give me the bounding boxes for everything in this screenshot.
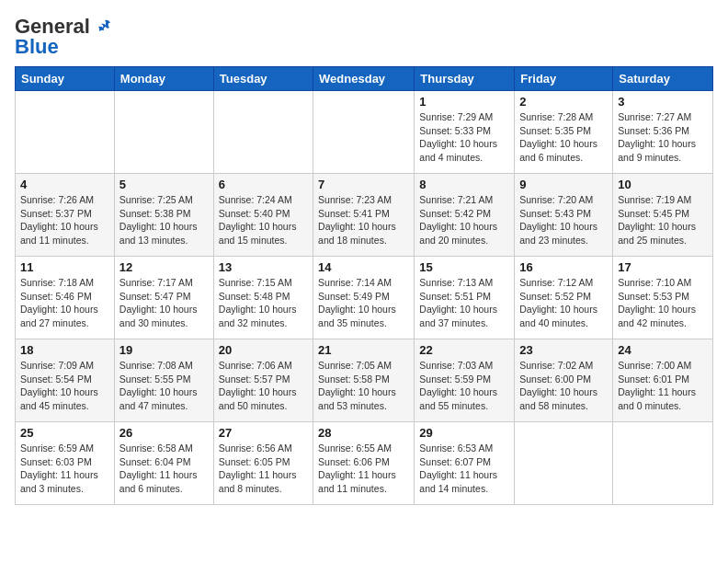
calendar-cell: 7Sunrise: 7:23 AM Sunset: 5:41 PM Daylig… <box>313 174 415 257</box>
day-number: 13 <box>219 260 308 274</box>
day-number: 11 <box>20 260 109 274</box>
day-number: 8 <box>419 178 509 191</box>
calendar-cell <box>114 91 213 174</box>
calendar-cell: 21Sunrise: 7:05 AM Sunset: 5:58 PM Dayli… <box>313 339 415 422</box>
day-number: 1 <box>419 95 509 109</box>
day-number: 23 <box>519 343 608 357</box>
day-info: Sunrise: 7:08 AM Sunset: 5:55 PM Dayligh… <box>119 359 209 413</box>
calendar-cell: 27Sunrise: 6:56 AM Sunset: 6:05 PM Dayli… <box>213 422 313 505</box>
page-header: General Blue <box>15 15 713 59</box>
day-number: 15 <box>419 260 509 274</box>
day-number: 20 <box>219 343 308 357</box>
day-number: 27 <box>219 426 308 440</box>
calendar-cell: 12Sunrise: 7:17 AM Sunset: 5:47 PM Dayli… <box>114 257 213 339</box>
calendar-table: SundayMondayTuesdayWednesdayThursdayFrid… <box>15 66 713 505</box>
day-info: Sunrise: 7:02 AM Sunset: 6:00 PM Dayligh… <box>519 359 608 413</box>
day-info: Sunrise: 7:15 AM Sunset: 5:48 PM Dayligh… <box>219 276 308 330</box>
calendar-cell: 4Sunrise: 7:26 AM Sunset: 5:37 PM Daylig… <box>16 174 115 257</box>
day-of-week-header: Saturday <box>613 67 713 91</box>
day-number: 26 <box>119 426 209 440</box>
day-number: 2 <box>519 95 608 109</box>
day-number: 28 <box>318 426 409 440</box>
calendar-cell <box>613 422 713 505</box>
day-info: Sunrise: 7:21 AM Sunset: 5:42 PM Dayligh… <box>419 193 509 247</box>
day-info: Sunrise: 6:56 AM Sunset: 6:05 PM Dayligh… <box>219 442 308 496</box>
calendar-cell: 24Sunrise: 7:00 AM Sunset: 6:01 PM Dayli… <box>613 339 713 422</box>
day-number: 19 <box>119 343 209 357</box>
day-info: Sunrise: 7:26 AM Sunset: 5:37 PM Dayligh… <box>20 193 109 247</box>
day-number: 29 <box>419 426 509 440</box>
calendar-cell: 9Sunrise: 7:20 AM Sunset: 5:43 PM Daylig… <box>515 174 613 257</box>
day-info: Sunrise: 7:27 AM Sunset: 5:36 PM Dayligh… <box>618 110 708 165</box>
calendar-cell: 18Sunrise: 7:09 AM Sunset: 5:54 PM Dayli… <box>16 339 115 422</box>
calendar-cell: 26Sunrise: 6:58 AM Sunset: 6:04 PM Dayli… <box>114 422 213 505</box>
calendar-cell: 14Sunrise: 7:14 AM Sunset: 5:49 PM Dayli… <box>313 257 415 339</box>
calendar-cell: 16Sunrise: 7:12 AM Sunset: 5:52 PM Dayli… <box>515 257 613 339</box>
day-info: Sunrise: 6:58 AM Sunset: 6:04 PM Dayligh… <box>119 442 209 496</box>
day-of-week-header: Wednesday <box>313 67 415 91</box>
day-info: Sunrise: 7:12 AM Sunset: 5:52 PM Dayligh… <box>519 276 608 330</box>
calendar-cell <box>515 422 613 505</box>
day-info: Sunrise: 7:10 AM Sunset: 5:53 PM Dayligh… <box>618 276 708 330</box>
day-number: 16 <box>519 260 608 274</box>
calendar-cell: 13Sunrise: 7:15 AM Sunset: 5:48 PM Dayli… <box>213 257 313 339</box>
day-info: Sunrise: 7:20 AM Sunset: 5:43 PM Dayligh… <box>519 193 608 247</box>
day-info: Sunrise: 7:03 AM Sunset: 5:59 PM Dayligh… <box>419 359 509 413</box>
day-info: Sunrise: 7:06 AM Sunset: 5:57 PM Dayligh… <box>219 359 308 413</box>
calendar-cell: 17Sunrise: 7:10 AM Sunset: 5:53 PM Dayli… <box>613 257 713 339</box>
day-info: Sunrise: 7:17 AM Sunset: 5:47 PM Dayligh… <box>119 276 209 330</box>
day-info: Sunrise: 7:25 AM Sunset: 5:38 PM Dayligh… <box>119 193 209 247</box>
calendar-cell: 2Sunrise: 7:28 AM Sunset: 5:35 PM Daylig… <box>515 91 613 174</box>
calendar-week-row: 18Sunrise: 7:09 AM Sunset: 5:54 PM Dayli… <box>16 339 713 422</box>
calendar-cell: 20Sunrise: 7:06 AM Sunset: 5:57 PM Dayli… <box>213 339 313 422</box>
day-info: Sunrise: 7:19 AM Sunset: 5:45 PM Dayligh… <box>618 193 708 247</box>
calendar-cell: 15Sunrise: 7:13 AM Sunset: 5:51 PM Dayli… <box>415 257 515 339</box>
day-number: 14 <box>318 260 409 274</box>
logo-bird-icon <box>92 16 114 38</box>
calendar-cell: 1Sunrise: 7:29 AM Sunset: 5:33 PM Daylig… <box>415 91 515 174</box>
day-number: 18 <box>20 343 109 357</box>
calendar-cell: 23Sunrise: 7:02 AM Sunset: 6:00 PM Dayli… <box>515 339 613 422</box>
day-info: Sunrise: 7:13 AM Sunset: 5:51 PM Dayligh… <box>419 276 509 330</box>
calendar-header-row: SundayMondayTuesdayWednesdayThursdayFrid… <box>16 67 713 91</box>
calendar-cell <box>16 91 115 174</box>
calendar-cell: 22Sunrise: 7:03 AM Sunset: 5:59 PM Dayli… <box>415 339 515 422</box>
calendar-week-row: 1Sunrise: 7:29 AM Sunset: 5:33 PM Daylig… <box>16 91 713 174</box>
calendar-cell <box>213 91 313 174</box>
day-info: Sunrise: 7:23 AM Sunset: 5:41 PM Dayligh… <box>318 193 409 247</box>
day-info: Sunrise: 7:18 AM Sunset: 5:46 PM Dayligh… <box>20 276 109 330</box>
day-number: 7 <box>318 178 409 191</box>
calendar-cell: 29Sunrise: 6:53 AM Sunset: 6:07 PM Dayli… <box>415 422 515 505</box>
day-info: Sunrise: 7:00 AM Sunset: 6:01 PM Dayligh… <box>618 359 708 413</box>
calendar-cell: 25Sunrise: 6:59 AM Sunset: 6:03 PM Dayli… <box>16 422 115 505</box>
calendar-week-row: 11Sunrise: 7:18 AM Sunset: 5:46 PM Dayli… <box>16 257 713 339</box>
logo: General Blue <box>15 15 114 59</box>
day-info: Sunrise: 6:55 AM Sunset: 6:06 PM Dayligh… <box>318 442 409 496</box>
day-info: Sunrise: 6:59 AM Sunset: 6:03 PM Dayligh… <box>20 442 109 496</box>
calendar-cell: 6Sunrise: 7:24 AM Sunset: 5:40 PM Daylig… <box>213 174 313 257</box>
day-number: 24 <box>618 343 708 357</box>
calendar-cell: 10Sunrise: 7:19 AM Sunset: 5:45 PM Dayli… <box>613 174 713 257</box>
day-info: Sunrise: 6:53 AM Sunset: 6:07 PM Dayligh… <box>419 442 509 496</box>
day-info: Sunrise: 7:05 AM Sunset: 5:58 PM Dayligh… <box>318 359 409 413</box>
calendar-cell: 8Sunrise: 7:21 AM Sunset: 5:42 PM Daylig… <box>415 174 515 257</box>
day-of-week-header: Monday <box>114 67 213 91</box>
day-number: 5 <box>119 178 209 191</box>
logo-blue-text: Blue <box>15 35 59 59</box>
day-number: 17 <box>618 260 708 274</box>
day-info: Sunrise: 7:28 AM Sunset: 5:35 PM Dayligh… <box>519 110 608 165</box>
day-info: Sunrise: 7:24 AM Sunset: 5:40 PM Dayligh… <box>219 193 308 247</box>
day-info: Sunrise: 7:09 AM Sunset: 5:54 PM Dayligh… <box>20 359 109 413</box>
day-of-week-header: Thursday <box>415 67 515 91</box>
day-number: 12 <box>119 260 209 274</box>
day-number: 10 <box>618 178 708 191</box>
day-number: 3 <box>618 95 708 109</box>
day-info: Sunrise: 7:14 AM Sunset: 5:49 PM Dayligh… <box>318 276 409 330</box>
calendar-week-row: 4Sunrise: 7:26 AM Sunset: 5:37 PM Daylig… <box>16 174 713 257</box>
day-number: 21 <box>318 343 409 357</box>
day-info: Sunrise: 7:29 AM Sunset: 5:33 PM Dayligh… <box>419 110 509 165</box>
calendar-cell: 19Sunrise: 7:08 AM Sunset: 5:55 PM Dayli… <box>114 339 213 422</box>
calendar-cell <box>313 91 415 174</box>
calendar-week-row: 25Sunrise: 6:59 AM Sunset: 6:03 PM Dayli… <box>16 422 713 505</box>
day-of-week-header: Sunday <box>16 67 115 91</box>
